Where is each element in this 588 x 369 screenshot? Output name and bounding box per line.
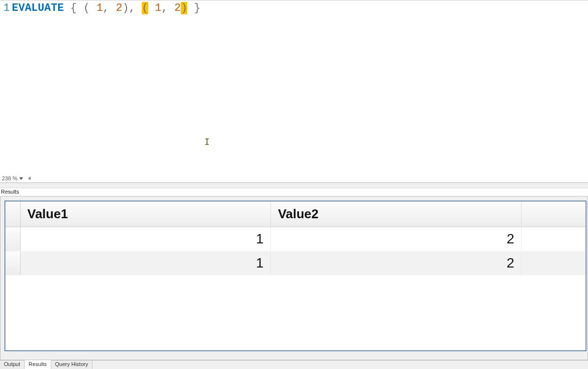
table-row[interactable]: 12 [5, 251, 586, 275]
code-token: 1 [155, 2, 161, 14]
row-header-corner [5, 201, 20, 227]
code-token: ( [142, 2, 148, 14]
table-cell[interactable]: 2 [271, 251, 522, 275]
tab-query-history[interactable]: Query History [51, 361, 93, 369]
table-cell-filler [522, 251, 586, 275]
code-editor-pane[interactable]: 1 EVALUATE { ( 1, 2), ( 1, 2) } I 238 % [0, 0, 588, 183]
code-token [135, 2, 142, 14]
line-number-1: 1 [3, 2, 10, 14]
table-cell[interactable]: 2 [271, 227, 522, 251]
code-token [168, 2, 174, 14]
column-header-filler [522, 201, 586, 227]
code-token: { [70, 2, 77, 14]
code-token: 1 [97, 2, 103, 14]
tab-output[interactable]: Output [0, 361, 25, 369]
zoom-control[interactable]: 238 % [2, 175, 31, 181]
tab-results[interactable]: Results [25, 360, 51, 369]
code-token: ) [122, 2, 129, 14]
row-header[interactable] [5, 251, 20, 275]
column-header-value1[interactable]: Value1 [20, 201, 271, 227]
line-number-gutter: 1 [0, 1, 11, 15]
table-cell-filler [522, 227, 586, 251]
chevron-down-icon[interactable] [19, 177, 23, 180]
code-token: 2 [116, 2, 122, 14]
code-token: EVALUATE [12, 2, 64, 14]
table-cell[interactable]: 1 [20, 227, 271, 251]
chevron-left-icon[interactable] [28, 176, 31, 180]
code-token: } [194, 2, 200, 14]
code-token [187, 2, 194, 14]
results-pane-title: Results [0, 188, 588, 196]
code-line-1[interactable]: EVALUATE { ( 1, 2), ( 1, 2) } [11, 1, 200, 15]
results-grid-container: Value1 Value2 1212 [4, 201, 587, 351]
table-cell[interactable]: 1 [20, 251, 271, 275]
table-row[interactable]: 12 [5, 227, 586, 251]
code-token: , [162, 2, 168, 14]
code-token [148, 2, 155, 14]
row-header[interactable] [5, 227, 20, 251]
code-token [64, 2, 70, 14]
pane-splitter[interactable] [0, 183, 588, 188]
code-token: , [103, 2, 109, 14]
code-token [77, 2, 83, 14]
column-header-value2[interactable]: Value2 [271, 201, 522, 227]
text-cursor-icon: I [204, 136, 210, 147]
code-token: ( [83, 2, 90, 14]
results-pane: Value1 Value2 1212 [0, 196, 588, 360]
code-token: 2 [174, 2, 181, 14]
bottom-tab-strip: Output Results Query History [0, 360, 588, 369]
code-token: , [129, 2, 135, 14]
code-token [109, 2, 116, 14]
code-token: ) [181, 2, 187, 14]
results-grid[interactable]: Value1 Value2 1212 [5, 201, 586, 275]
code-token [90, 2, 96, 14]
zoom-level-label: 238 % [2, 175, 17, 181]
